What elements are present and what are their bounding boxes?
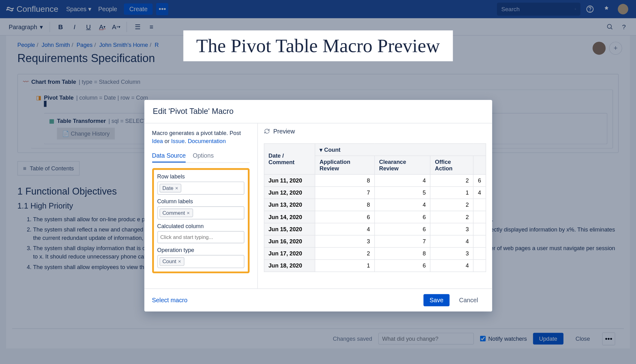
cell: 8	[315, 199, 375, 211]
cell: 4	[473, 186, 486, 199]
cell: 2	[430, 199, 473, 211]
save-button[interactable]: Save	[424, 294, 450, 306]
pivot-preview-table: Date / Comment ▾ Count Application Revie…	[264, 143, 486, 272]
modal-title: Edit 'Pivot Table' Macro	[144, 100, 492, 124]
col-header: Office Action	[430, 156, 473, 174]
cell: 4	[315, 223, 375, 235]
table-row: Jun 14, 2020662	[264, 211, 486, 223]
cell	[473, 235, 486, 247]
cell: 2	[430, 211, 473, 223]
cell	[473, 199, 486, 211]
row-header: Jun 16, 2020	[264, 235, 315, 247]
select-macro-link[interactable]: Select macro	[152, 297, 187, 303]
tag-count[interactable]: Count×	[159, 257, 184, 266]
table-row: Jun 11, 20208426	[264, 174, 486, 186]
macro-editor-modal: Edit 'Pivot Table' Macro Macro generates…	[144, 100, 492, 312]
cell: 4	[430, 235, 473, 247]
table-row: Jun 17, 2020283	[264, 247, 486, 259]
calculated-column-label: Calculated column	[157, 223, 244, 230]
cell: 5	[375, 186, 430, 199]
cell: 2	[315, 247, 375, 259]
modal-footer: Select macro Save Cancel	[144, 289, 492, 312]
col-header	[473, 156, 486, 174]
cell: 4	[430, 260, 473, 272]
cell: 4	[375, 199, 430, 211]
cell	[473, 247, 486, 259]
cell	[473, 260, 486, 272]
col-header: Application Review	[315, 156, 375, 174]
row-header: Jun 11, 2020	[264, 174, 315, 186]
row-header: Jun 14, 2020	[264, 211, 315, 223]
cell	[473, 211, 486, 223]
macro-description: Macro generates a pivot table. Post Idea…	[152, 129, 249, 145]
row-header: Jun 12, 2020	[264, 186, 315, 199]
cell: 1	[315, 260, 375, 272]
cell: 1	[430, 186, 473, 199]
refresh-icon[interactable]	[264, 128, 270, 134]
cell: 6	[375, 260, 430, 272]
row-header: Jun 13, 2020	[264, 199, 315, 211]
cell	[473, 223, 486, 235]
cell: 6	[473, 174, 486, 186]
remove-icon[interactable]: ×	[175, 185, 178, 191]
row-labels-input[interactable]: Date×	[157, 182, 244, 195]
count-header[interactable]: ▾ Count	[315, 144, 486, 156]
row-header: Jun 17, 2020	[264, 247, 315, 259]
issue-link[interactable]: Issue	[171, 138, 185, 144]
remove-icon[interactable]: ×	[178, 259, 181, 265]
operation-type-input[interactable]: Count×	[157, 255, 244, 268]
tab-data-source[interactable]: Data Source	[152, 150, 186, 163]
cell: 4	[375, 174, 430, 186]
annotation-banner: The Pivot Table Macro Preview	[183, 30, 453, 61]
cell: 7	[315, 186, 375, 199]
table-row: Jun 12, 20207514	[264, 186, 486, 199]
cell: 7	[375, 235, 430, 247]
preview-panel: Preview Date / Comment ▾ Count Applicati…	[257, 124, 492, 289]
cell: 6	[375, 211, 430, 223]
column-labels-label: Column labels	[157, 198, 244, 205]
cell: 3	[315, 235, 375, 247]
cell: 2	[430, 174, 473, 186]
idea-link[interactable]: Idea	[152, 138, 163, 144]
row-labels-label: Row labels	[157, 173, 244, 180]
cell: 8	[375, 247, 430, 259]
table-row: Jun 13, 2020842	[264, 199, 486, 211]
tag-date[interactable]: Date×	[159, 184, 181, 193]
remove-icon[interactable]: ×	[187, 210, 190, 216]
table-row: Jun 18, 2020164	[264, 260, 486, 272]
column-labels-input[interactable]: Comment×	[157, 207, 244, 220]
table-row: Jun 16, 2020374	[264, 235, 486, 247]
chevron-down-icon: ▾	[320, 146, 323, 153]
calculated-column-input[interactable]	[157, 231, 244, 243]
modal-sidebar: Macro generates a pivot table. Post Idea…	[144, 124, 257, 289]
operation-type-label: Operation type	[157, 247, 244, 254]
cell: 3	[430, 223, 473, 235]
row-header: Jun 18, 2020	[264, 260, 315, 272]
tab-options[interactable]: Options	[193, 150, 214, 163]
cell: 8	[315, 174, 375, 186]
cell: 6	[315, 211, 375, 223]
preview-header: Preview	[258, 124, 492, 139]
cell: 3	[430, 247, 473, 259]
cancel-button[interactable]: Cancel	[453, 294, 484, 306]
row-header: Jun 15, 2020	[264, 223, 315, 235]
corner-header: Date / Comment	[264, 144, 315, 174]
tag-comment[interactable]: Comment×	[159, 209, 193, 218]
documentation-link[interactable]: Documentation	[188, 138, 226, 144]
cell: 6	[375, 223, 430, 235]
col-header: Clearance Review	[375, 156, 430, 174]
modal-tabs: Data Source Options	[152, 150, 249, 163]
data-source-panel: Row labels Date× Column labels Comment× …	[152, 168, 249, 273]
table-row: Jun 15, 2020463	[264, 223, 486, 235]
